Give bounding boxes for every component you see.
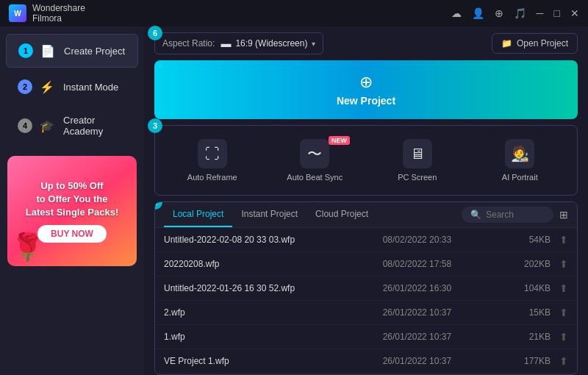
tab-instant-project[interactable]: Instant Project [232, 202, 306, 227]
step-badge-3: 3 [148, 118, 162, 133]
table-row[interactable]: Untitled-2022-01-26 16 30 52.wfp 26/01/2… [155, 276, 577, 301]
quick-tools: 3 ⛶ Auto Reframe NEW 〜 Auto Beat Sync 🖥 … [154, 125, 578, 196]
step-number-4: 4 [18, 118, 32, 133]
file-date: 26/01/2022 10:37 [348, 332, 486, 342]
instant-mode-label: Instant Mode [63, 82, 118, 93]
minimize-icon[interactable]: ─ [537, 7, 544, 19]
sidebar: 1 📄 Create Project 2 ⚡ Instant Mode 4 🎓 … [0, 26, 144, 375]
audio-icon[interactable]: 🎵 [514, 7, 526, 19]
upload-icon[interactable]: ⬆ [559, 307, 568, 318]
new-project-label: New Project [337, 95, 395, 107]
aspect-ratio-label: Aspect Ratio: [162, 38, 215, 49]
file-size: 15KB [486, 307, 551, 318]
content-area: 6 Aspect Ratio: ▬ 16:9 (Widescreen) ▾ 📁 … [144, 26, 588, 375]
file-name: 20220208.wfp [164, 259, 348, 269]
file-name: Untitled-2022-01-26 16 30 52.wfp [164, 283, 348, 293]
file-date: 08/02/2022 17:58 [348, 259, 486, 269]
ad-buy-button[interactable]: BUY NOW [37, 225, 107, 243]
file-name: Untitled-2022-02-08 20 33 03.wfp [164, 235, 348, 245]
pc-screen-icon: 🖥 [403, 139, 432, 168]
tool-auto-reframe[interactable]: ⛶ Auto Reframe [161, 135, 264, 186]
search-box[interactable]: 🔍 [462, 207, 553, 223]
auto-reframe-label: Auto Reframe [187, 173, 237, 182]
table-row[interactable]: 2.wfp 26/01/2022 10:37 15KB ⬆ [155, 301, 577, 325]
upload-icon[interactable]: ⬆ [559, 258, 568, 270]
auto-beat-sync-label: Auto Beat Sync [287, 173, 343, 182]
tool-pc-screen[interactable]: 🖥 PC Screen [366, 135, 469, 186]
new-project-banner[interactable]: ⊕ New Project [154, 60, 578, 119]
ad-text: Up to 50% Offto Offer You theLatest Sing… [26, 179, 118, 220]
create-project-icon: 📄 [40, 44, 55, 58]
tool-auto-beat-sync[interactable]: NEW 〜 Auto Beat Sync [264, 135, 367, 186]
sidebar-item-creator-academy[interactable]: 4 🎓 Creator Academy [6, 106, 138, 146]
file-size: 54KB [486, 235, 551, 245]
table-row[interactable]: 20220208.wfp 08/02/2022 17:58 202KB ⬆ [155, 252, 577, 276]
instant-mode-icon: ⚡ [40, 80, 54, 94]
cloud-icon[interactable]: ☁ [451, 7, 462, 19]
search-input[interactable] [486, 210, 545, 220]
app-logo: W [9, 4, 26, 22]
maximize-icon[interactable]: □ [554, 7, 560, 19]
file-date: 26/01/2022 10:37 [348, 356, 486, 366]
file-size: 104KB [486, 283, 551, 293]
table-row[interactable]: VE Project 1.wfp 26/01/2022 10:37 177KB … [155, 349, 577, 374]
step-number-1: 1 [18, 43, 33, 58]
file-name: 2.wfp [164, 307, 348, 318]
auto-reframe-icon: ⛶ [198, 139, 227, 168]
file-list: Untitled-2022-02-08 20 33 03.wfp 08/02/2… [155, 228, 577, 374]
upload-icon[interactable]: ⬆ [559, 331, 568, 343]
ad-banner[interactable]: 🌹 Up to 50% Offto Offer You theLatest Si… [7, 156, 137, 266]
ai-portrait-icon: 🧑‍🎨 [505, 139, 534, 168]
sidebar-item-instant-mode[interactable]: 2 ⚡ Instant Mode [6, 71, 138, 103]
creator-academy-label: Creator Academy [63, 115, 126, 137]
sidebar-item-create-project[interactable]: 1 📄 Create Project [6, 34, 138, 68]
close-icon[interactable]: ✕ [570, 7, 579, 19]
grid-view-icon[interactable]: ⊞ [559, 209, 568, 221]
new-project-plus-icon: ⊕ [359, 73, 373, 92]
pc-screen-label: PC Screen [398, 173, 437, 182]
upload-icon[interactable]: ⬆ [559, 282, 568, 294]
app-title: Wondershare Filmora [32, 3, 85, 24]
ai-portrait-label: AI Portrait [502, 173, 538, 182]
topbar: 6 Aspect Ratio: ▬ 16:9 (Widescreen) ▾ 📁 … [144, 26, 588, 60]
aspect-ratio-value: ▬ 16:9 (Widescreen) ▾ [220, 38, 315, 49]
new-badge: NEW [329, 136, 350, 145]
table-row[interactable]: Untitled-2022-02-08 20 33 03.wfp 08/02/2… [155, 228, 577, 252]
search-icon: 🔍 [470, 210, 481, 220]
folder-icon: 📁 [501, 38, 512, 49]
step-badge-6: 6 [148, 26, 162, 40]
file-name: VE Project 1.wfp [164, 356, 348, 366]
tab-cloud-project[interactable]: Cloud Project [306, 202, 377, 227]
titlebar: W Wondershare Filmora ☁ 👤 ⊕ 🎵 ─ □ ✕ [0, 0, 588, 26]
table-row[interactable]: 1.wfp 26/01/2022 10:37 21KB ⬆ [155, 325, 577, 349]
file-size: 202KB [486, 259, 551, 269]
app-branding: W Wondershare Filmora [9, 3, 85, 24]
tab-local-project[interactable]: Local Project [164, 202, 232, 227]
aspect-ratio-section[interactable]: 6 Aspect Ratio: ▬ 16:9 (Widescreen) ▾ [154, 32, 323, 54]
creator-academy-icon: 🎓 [40, 119, 54, 133]
upload-icon[interactable]: ⬆ [559, 234, 568, 246]
file-date: 08/02/2022 20:33 [348, 235, 486, 245]
projects-tabs: Local Project Instant Project Cloud Proj… [155, 202, 577, 228]
file-size: 177KB [486, 356, 551, 366]
open-project-button[interactable]: 📁 Open Project [492, 33, 578, 54]
tool-ai-portrait[interactable]: 🧑‍🎨 AI Portrait [469, 135, 572, 186]
file-size: 21KB [486, 332, 551, 342]
chevron-down-icon: ▾ [312, 40, 315, 48]
file-date: 26/01/2022 16:30 [348, 283, 486, 293]
main-layout: 1 📄 Create Project 2 ⚡ Instant Mode 4 🎓 … [0, 26, 588, 375]
titlebar-controls: ☁ 👤 ⊕ 🎵 ─ □ ✕ [451, 7, 579, 19]
upload-icon[interactable]: ⬆ [559, 355, 568, 367]
auto-beat-sync-icon: 〜 [300, 139, 329, 168]
widescreen-icon: ▬ [220, 38, 231, 49]
file-date: 26/01/2022 10:37 [348, 307, 486, 318]
file-name: 1.wfp [164, 332, 348, 342]
user-icon[interactable]: 👤 [472, 7, 484, 19]
add-icon[interactable]: ⊕ [495, 7, 503, 19]
new-project-content: ⊕ New Project [337, 73, 395, 107]
step-number-2: 2 [18, 79, 32, 94]
projects-section: 5 Local Project Instant Project Cloud Pr… [154, 201, 578, 375]
create-project-label: Create Project [64, 46, 125, 57]
ad-decoration: 🌹 [11, 232, 44, 262]
